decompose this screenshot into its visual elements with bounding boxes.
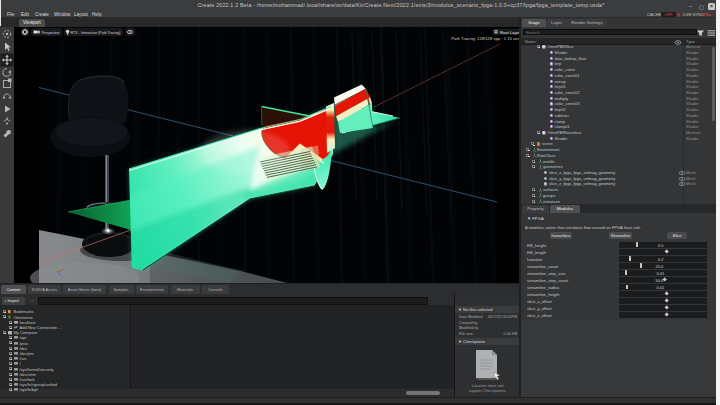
svg-text:Perspective: Perspective [42,30,60,35]
svg-text:Root Layer: Root Layer [500,30,520,35]
svg-text:Path Tracing: 128/128 spp : 1.: Path Tracing: 128/128 spp : 1.15 sec [451,36,519,41]
svg-text:RTX - Interactive (Path Tracin: RTX - Interactive (Path Tracing) [71,30,121,35]
